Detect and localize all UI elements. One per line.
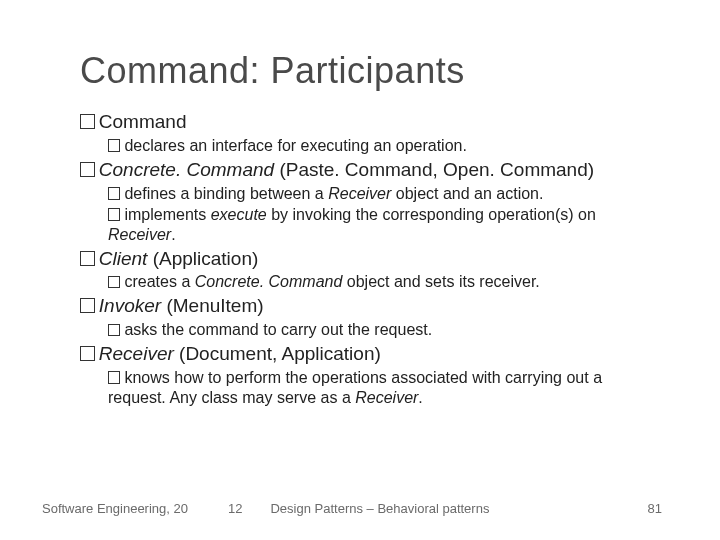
item-concrete-sub1: defines a binding between a Receiver obj… xyxy=(108,184,660,204)
item-invoker-head-rest: (MenuItem) xyxy=(161,295,263,316)
text: implements xyxy=(124,206,210,223)
slide-title: Command: Participants xyxy=(80,50,660,92)
text: object and sets its receiver. xyxy=(342,273,539,290)
item-receiver-sub1: knows how to perform the operations asso… xyxy=(108,368,660,408)
text: object and an action. xyxy=(391,185,543,202)
bullet-icon xyxy=(108,187,120,199)
item-invoker: Invoker (MenuItem) xyxy=(80,294,660,318)
item-client-head-rest: (Application) xyxy=(147,248,258,269)
text-em: Receiver xyxy=(355,389,418,406)
text-em: execute xyxy=(211,206,267,223)
slide: Command: Participants Command declares a… xyxy=(0,0,720,540)
slide-content: Command declares an interface for execut… xyxy=(80,110,660,408)
item-command-sub1: declares an interface for executing an o… xyxy=(108,136,660,156)
footer-page: 81 xyxy=(489,501,662,516)
item-receiver-head-em: Receiver xyxy=(99,343,174,364)
bullet-icon xyxy=(108,276,120,288)
bullet-icon xyxy=(108,208,120,220)
item-client-sub1: creates a Concrete. Command object and s… xyxy=(108,272,660,292)
bullet-icon xyxy=(108,139,120,151)
bullet-icon xyxy=(108,324,120,336)
bullet-icon xyxy=(80,298,95,313)
bullet-icon xyxy=(80,251,95,266)
text: . xyxy=(418,389,422,406)
item-receiver-head-rest: (Document, Application) xyxy=(174,343,381,364)
bullet-icon xyxy=(80,114,95,129)
item-invoker-sub1: asks the command to carry out the reques… xyxy=(108,320,660,340)
item-concrete-head-em: Concrete. Command xyxy=(99,159,274,180)
text: . xyxy=(171,226,175,243)
item-concrete-sub2: implements execute by invoking the corre… xyxy=(108,205,660,245)
footer-left: Software Engineering, 20 xyxy=(42,501,188,516)
footer: Software Engineering, 20 12 Design Patte… xyxy=(0,501,720,516)
text-em: Receiver xyxy=(108,226,171,243)
footer-mid2: Design Patterns – Behavioral patterns xyxy=(270,501,489,516)
text: asks the command to carry out the reques… xyxy=(124,321,432,338)
item-invoker-head-em: Invoker xyxy=(99,295,161,316)
item-concrete-head-rest: (Paste. Command, Open. Command) xyxy=(274,159,594,180)
bullet-icon xyxy=(80,162,95,177)
item-client: Client (Application) xyxy=(80,247,660,271)
bullet-icon xyxy=(80,346,95,361)
text: defines a binding between a xyxy=(124,185,328,202)
item-command-head: Command xyxy=(99,111,187,132)
item-concrete: Concrete. Command (Paste. Command, Open.… xyxy=(80,158,660,182)
item-receiver: Receiver (Document, Application) xyxy=(80,342,660,366)
footer-mid: 12 xyxy=(228,501,242,516)
text: creates a xyxy=(124,273,194,290)
text: declares an interface for executing an o… xyxy=(124,137,466,154)
text-em: Receiver xyxy=(328,185,391,202)
item-client-head-em: Client xyxy=(99,248,148,269)
text: by invoking the corresponding operation(… xyxy=(267,206,596,223)
bullet-icon xyxy=(108,371,120,383)
item-command: Command xyxy=(80,110,660,134)
text-em: Concrete. Command xyxy=(195,273,343,290)
